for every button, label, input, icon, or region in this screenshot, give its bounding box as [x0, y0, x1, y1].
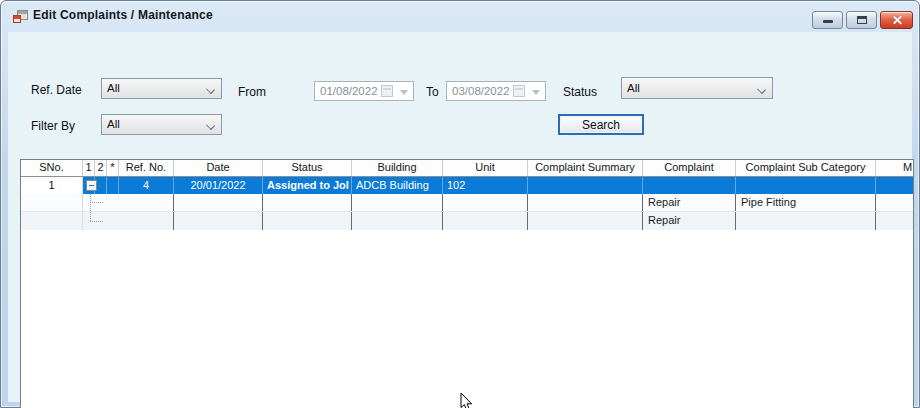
ref-date-value: All — [107, 82, 120, 94]
cell-complaint[interactable] — [643, 177, 736, 194]
cell-unit[interactable]: 102 — [443, 177, 528, 194]
status-label: Status — [563, 85, 597, 99]
maximize-button[interactable] — [846, 11, 877, 29]
app-window: Edit Complaints / Maintenance Ref. Date … — [0, 0, 920, 408]
collapse-row-button[interactable] — [86, 180, 97, 191]
ref-date-label: Ref. Date — [31, 83, 82, 97]
cell-indicator-star[interactable] — [107, 177, 119, 194]
detail-rows-panel: Repair Pipe Fitting — [21, 194, 913, 230]
status-combobox[interactable]: All — [621, 77, 773, 99]
grid-header-row: SNo. 1 2 * Ref. No. Date Status Building… — [21, 160, 913, 177]
window-title: Edit Complaints / Maintenance — [33, 8, 213, 22]
to-label: To — [426, 85, 439, 99]
tree-connector-branch — [90, 202, 103, 203]
calendar-icon — [513, 85, 525, 97]
chevron-down-icon — [758, 86, 765, 93]
column-header-complaint-sub-category[interactable]: Complaint Sub Category — [736, 160, 876, 176]
cell-m[interactable] — [876, 177, 913, 194]
screenshot-stage: Edit Complaints / Maintenance Ref. Date … — [0, 0, 920, 408]
column-header-status[interactable]: Status — [263, 160, 352, 176]
column-header-unit[interactable]: Unit — [443, 160, 528, 176]
cell-building[interactable]: ADCB Building — [352, 177, 443, 194]
form-icon — [13, 10, 29, 25]
minimize-button[interactable] — [812, 11, 843, 29]
cell-complaint-sub-category[interactable] — [736, 177, 876, 194]
to-date-picker[interactable]: 03/08/2022 — [446, 81, 546, 101]
column-header-star[interactable]: * — [107, 160, 119, 176]
detail-cell-complaint[interactable]: Repair — [643, 212, 736, 230]
chevron-down-icon — [532, 90, 540, 95]
title-bar[interactable]: Edit Complaints / Maintenance — [1, 1, 919, 32]
status-value: All — [627, 82, 640, 94]
close-button[interactable] — [880, 11, 913, 29]
filter-by-label: Filter By — [31, 119, 75, 133]
cell-ref-no[interactable]: 4 — [119, 177, 174, 194]
from-date-value: 01/08/2022 — [320, 85, 378, 97]
to-date-value: 03/08/2022 — [452, 85, 510, 97]
cell-complaint-summary[interactable] — [528, 177, 643, 194]
filter-by-value: All — [107, 118, 120, 130]
form-client-area: Ref. Date All From 01/08/2022 To 03/08/2… — [8, 32, 912, 402]
from-label: From — [238, 85, 266, 99]
column-header-complaint[interactable]: Complaint — [643, 160, 736, 176]
chevron-down-icon — [207, 86, 214, 93]
detail-row[interactable]: Repair Pipe Fitting — [21, 194, 913, 212]
table-row-selected[interactable]: 1 4 20/01/2022 Assigned to Jol ADCB Buil… — [21, 177, 913, 194]
ref-date-combobox[interactable]: All — [101, 78, 222, 99]
tree-connector-branch — [90, 221, 103, 222]
complaints-grid[interactable]: SNo. 1 2 * Ref. No. Date Status Building… — [20, 159, 914, 408]
filter-by-combobox[interactable]: All — [101, 114, 222, 135]
column-header-m-truncated[interactable]: M — [876, 160, 913, 176]
detail-cell-complaint[interactable]: Repair — [643, 194, 736, 211]
column-header-complaint-summary[interactable]: Complaint Summary — [528, 160, 643, 176]
close-icon — [891, 15, 902, 26]
detail-row[interactable]: Repair — [21, 212, 913, 230]
cell-status[interactable]: Assigned to Jol — [263, 177, 352, 194]
search-button[interactable]: Search — [558, 114, 644, 135]
maximize-icon — [857, 16, 867, 24]
detail-cell-complaint-sub-category[interactable]: Pipe Fitting — [736, 194, 876, 211]
chevron-down-icon — [400, 90, 408, 95]
cell-date[interactable]: 20/01/2022 — [174, 177, 263, 194]
column-header-ref-no[interactable]: Ref. No. — [119, 160, 174, 176]
column-header-1[interactable]: 1 — [83, 160, 95, 176]
cell-sno[interactable]: 1 — [21, 177, 83, 194]
chevron-down-icon — [207, 122, 214, 129]
column-header-building[interactable]: Building — [352, 160, 443, 176]
minimize-icon — [823, 20, 833, 23]
column-header-date[interactable]: Date — [174, 160, 263, 176]
column-header-sno[interactable]: SNo. — [21, 160, 83, 176]
tree-connector-line — [90, 194, 91, 221]
column-header-2[interactable]: 2 — [95, 160, 107, 176]
calendar-icon — [381, 85, 393, 97]
detail-cell-complaint-sub-category[interactable] — [736, 212, 876, 230]
from-date-picker[interactable]: 01/08/2022 — [314, 81, 414, 101]
